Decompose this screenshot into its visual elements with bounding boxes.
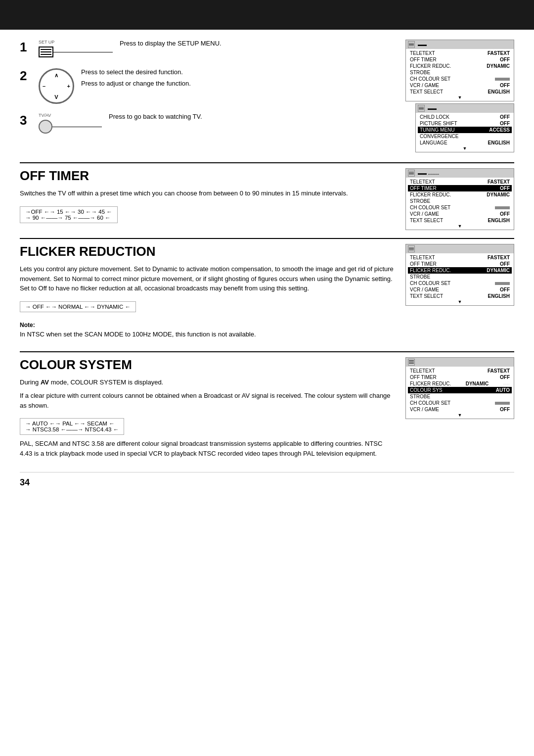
cs-row-vcr: VCR / GAME OFF [408, 406, 512, 413]
step-3-icon-label: TV/AV [39, 113, 51, 118]
dpad-up-arrow: ∧ [54, 72, 58, 79]
colour-desc-2: If a clear picture with current colours … [20, 391, 396, 410]
off-timer-menu-screen: ▬▬ ......... TELETEXT FASTEXT OFF TIMER … [405, 168, 514, 230]
off-timer-section: OFF TIMER Switches the TV off within a p… [20, 168, 514, 230]
menu-line-2 [41, 51, 51, 52]
menu-row-childlock: CHILD LOCK OFF [418, 114, 512, 120]
flicker-menu: TELETEXT FASTEXT OFF TIMER OFF FLICKER R… [405, 244, 514, 306]
step-3-number: 3 [20, 113, 32, 128]
setup-menu-screen-2: ▬▬ CHILD LOCK OFF PICTURE SHIFT OFF TUNI… [415, 103, 514, 152]
note-text: In NTSC when set the SCAN MODE to 100Hz … [20, 331, 256, 338]
cs-triangle: ▼ [408, 413, 512, 418]
step-3-block: 3 TV/AV Press to go back to watching TV. [20, 113, 396, 134]
cs-row-strobe: STROBE [408, 393, 512, 400]
step-2-desc: Press to select the desired function. Pr… [81, 68, 191, 87]
step-3-icon-col: TV/AV [39, 113, 102, 134]
av-bold: AV [41, 378, 49, 386]
fl-row-textselect: TEXT SELECT ENGLISH [408, 293, 512, 299]
step-2-block: 2 ∧ V – + Press to select the desired fu… [20, 68, 396, 104]
cs-ch-colour-bar [495, 402, 510, 405]
menu-line-1 [41, 49, 51, 50]
off-timer-title: OFF TIMER [20, 168, 396, 184]
step-1-icon-col: SET UP [39, 40, 113, 57]
ot-row-chcolour: CH COLOUR SET [408, 204, 512, 211]
off-timer-cycle: →OFF ←→ 15 ←→ 30 ←→ 45 ← → 90 ←——→ 75 ←—… [20, 206, 118, 223]
menu-header-icon-1 [408, 41, 415, 48]
cs-row-flicker: FLICKER REDUC. DYNAMIC ...... [408, 380, 512, 387]
menu-title-indicator-2: ▬▬ [428, 106, 437, 111]
ch-colour-bar-1 [495, 78, 510, 81]
off-timer-menu-header: ▬▬ ......... [406, 169, 514, 178]
menu-row-chcolour-1: CH COLOUR SET [408, 76, 512, 82]
off-timer-description: Switches the TV off within a preset time… [20, 189, 396, 198]
flicker-menu-icon [408, 245, 415, 252]
flicker-menu-header [406, 244, 514, 253]
overlay-screens: ▬▬ TELETEXT FASTEXT OFF TIMER OFF FLICKE… [405, 40, 514, 152]
menu-row-pictureshift: PICTURE SHIFT OFF [418, 120, 512, 127]
step-1-block: 1 SET UP [20, 40, 396, 57]
off-timer-divider [20, 162, 514, 163]
step-3-text: Press to go back to watching TV. [109, 113, 202, 120]
fl-row-offtimer: OFF TIMER OFF [408, 261, 512, 267]
page-number: 34 [20, 472, 514, 488]
ot-ch-colour-bar [495, 206, 510, 209]
setup-section: 1 SET UP [20, 40, 514, 152]
fl-row-flicker: FLICKER REDUC. DYNAMIC [408, 267, 512, 274]
colour-desc-3: PAL, SECAM and NTSC 3.58 are different c… [20, 439, 396, 458]
flicker-note-container: Note: In NTSC when set the SCAN MODE to … [20, 320, 396, 339]
flicker-cycle: → OFF ←→ NORMAL ←→ DYNAMIC ← [20, 301, 136, 312]
menu-row-textselect-1: TEXT SELECT ENGLISH [408, 89, 512, 95]
step-1-text: Press to display the SETUP MENU. [120, 40, 222, 47]
menu-row-strobe-1: STROBE [408, 69, 512, 76]
tvav-button-icon [39, 120, 52, 134]
setup-menu-screens: ▬▬ TELETEXT FASTEXT OFF TIMER OFF FLICKE… [405, 40, 514, 152]
colour-title: COLOUR SYSTEM [20, 357, 396, 373]
step-1-connector [39, 47, 113, 57]
off-timer-indicator: ▬▬ ......... [418, 171, 439, 176]
off-timer-menu-icon [408, 170, 415, 177]
flicker-divider [20, 238, 514, 239]
ot-triangle: ▼ [408, 224, 512, 229]
off-timer-menu: ▬▬ ......... TELETEXT FASTEXT OFF TIMER … [405, 168, 514, 230]
dpad-left-arrow: – [43, 83, 45, 89]
cs-row-coloursys: COLOUR SYS AUTO [408, 387, 512, 393]
flicker-section: FLICKER REDUCTION Lets you control any p… [20, 244, 514, 343]
top-bar [0, 0, 534, 30]
step-3-hline [52, 127, 102, 127]
menu-row-offtimer-1: OFF TIMER OFF [408, 56, 512, 63]
fl-triangle: ▼ [408, 299, 512, 304]
off-timer-menu-rows: TELETEXT FASTEXT OFF TIMER OFF FLICKER R… [406, 178, 514, 230]
step-2-icon-col: ∧ V – + [39, 68, 74, 104]
colour-cycle: → AUTO ←→ PAL ←→ SECAM ← → NTSC3.58 ←——→… [20, 418, 124, 435]
step-1-number: 1 [20, 40, 32, 55]
fl-row-chcolour: CH COLOUR SET [408, 280, 512, 286]
ot-row-strobe: STROBE [408, 198, 512, 204]
menu-header-1: ▬▬ [406, 40, 514, 49]
dpad-right-arrow: + [67, 83, 70, 89]
menu-rows-2: CHILD LOCK OFF PICTURE SHIFT OFF TUNING … [416, 113, 514, 152]
colour-menu: TELETEXT FASTEXT OFF TIMER OFF FLICKER R… [405, 357, 514, 419]
colour-cycle-line1: → AUTO ←→ PAL ←→ SECAM ← [25, 421, 119, 426]
fl-row-strobe: STROBE [408, 274, 512, 280]
flicker-menu-screen: TELETEXT FASTEXT OFF TIMER OFF FLICKER R… [405, 244, 514, 306]
flicker-menu-rows: TELETEXT FASTEXT OFF TIMER OFF FLICKER R… [406, 253, 514, 305]
flicker-description: Lets you control any picture movement. S… [20, 264, 396, 293]
off-timer-cycle-line2: → 90 ←——→ 75 ←——→ 60 ← [25, 215, 112, 221]
menu-row-flicker-1: FLICKER REDUC. DYNAMIC [408, 63, 512, 69]
cs-row-teletext: TELETEXT FASTEXT [408, 368, 512, 374]
dpad-icon: ∧ V – + [39, 68, 74, 104]
step-3-desc: Press to go back to watching TV. [109, 113, 202, 120]
step-2-number: 2 [20, 68, 32, 84]
colour-menu-header [406, 358, 514, 367]
cs-flicker-dots: ...... [503, 381, 510, 386]
colour-text: COLOUR SYSTEM During AV mode, COLOUR SYS… [20, 357, 396, 463]
menu-icon [39, 47, 53, 57]
menu-triangle-2: ▼ [418, 146, 512, 151]
step-1-desc: Press to display the SETUP MENU. [120, 40, 222, 47]
step-1-hline [53, 52, 113, 52]
flicker-text: FLICKER REDUCTION Lets you control any p… [20, 244, 396, 343]
step-2-text-2: Press to adjust or change the function. [81, 80, 191, 87]
menu-rows-1: TELETEXT FASTEXT OFF TIMER OFF FLICKER R… [406, 49, 514, 101]
off-timer-cycle-line1: →OFF ←→ 15 ←→ 30 ←→ 45 ← [25, 209, 112, 215]
ot-row-offtimer: OFF TIMER OFF [408, 185, 512, 191]
